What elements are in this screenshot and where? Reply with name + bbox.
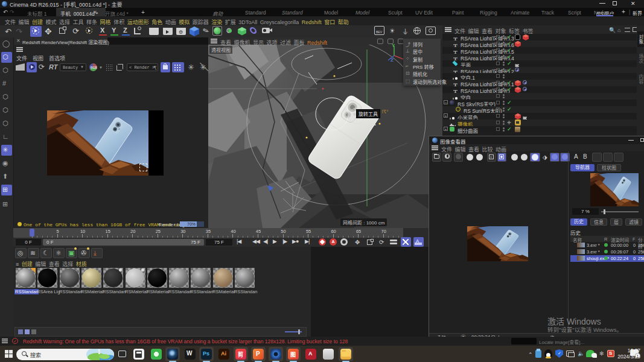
svg-text:Z: Z xyxy=(391,57,394,63)
svg-text:Y: Y xyxy=(392,43,395,48)
